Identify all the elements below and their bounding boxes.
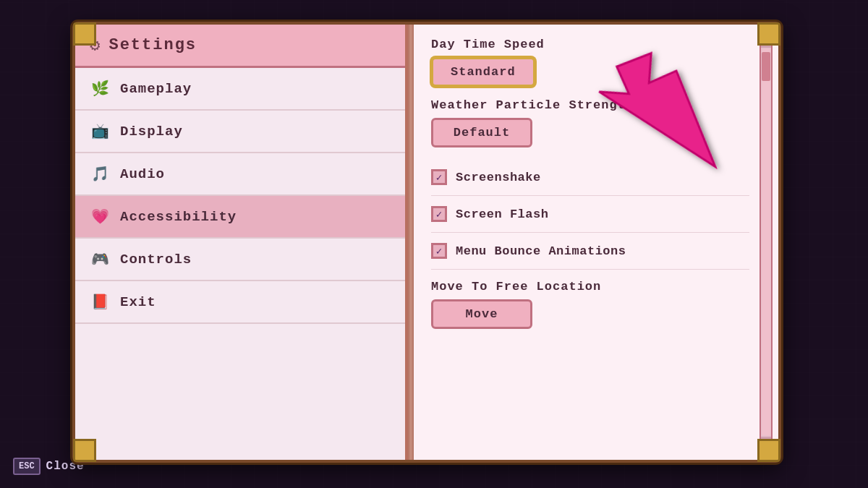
sidebar-item-controls[interactable]: 🎮 Controls <box>75 239 405 281</box>
exit-icon: 📕 <box>90 293 110 311</box>
day-time-speed-button[interactable]: Standard <box>431 57 535 87</box>
audio-icon: 🎵 <box>90 165 110 183</box>
controls-icon: 🎮 <box>90 250 110 268</box>
sidebar-item-exit[interactable]: 📕 Exit <box>75 281 405 324</box>
weather-particle-section: Weather Particle Strength Default <box>431 98 749 147</box>
settings-content: Day Time Speed Standard Weather Particle… <box>414 25 778 460</box>
left-page: ⚙ Settings 🌿 Gameplay 📺 Display 🎵 Audio … <box>75 25 408 460</box>
gameplay-icon: 🌿 <box>90 80 110 98</box>
accessibility-icon: 💗 <box>90 207 110 226</box>
scroll-track <box>762 49 770 435</box>
corner-tl <box>73 22 96 46</box>
scroll-thumb <box>762 52 770 81</box>
weather-particle-button[interactable]: Default <box>431 118 532 147</box>
audio-label: Audio <box>120 166 165 182</box>
move-button[interactable]: Move <box>431 299 532 329</box>
accessibility-label: Accessibility <box>120 209 237 225</box>
display-label: Display <box>120 124 183 140</box>
menu-bounce-checkbox[interactable] <box>431 243 447 259</box>
day-time-speed-section: Day Time Speed Standard <box>431 38 749 87</box>
sidebar-item-display[interactable]: 📺 Display <box>75 111 405 153</box>
sidebar-item-accessibility[interactable]: 💗 Accessibility <box>75 196 405 239</box>
screenshake-label: Screenshake <box>456 171 541 184</box>
move-location-label: Move To Free Location <box>431 280 749 294</box>
move-location-section: Move To Free Location Move <box>431 280 749 329</box>
sidebar-item-gameplay[interactable]: 🌿 Gameplay <box>75 68 405 111</box>
settings-book: ⚙ Settings 🌿 Gameplay 📺 Display 🎵 Audio … <box>72 22 781 463</box>
right-page: Day Time Speed Standard Weather Particle… <box>414 25 778 460</box>
menu-bounce-label: Menu Bounce Animations <box>456 244 626 258</box>
day-time-speed-label: Day Time Speed <box>431 38 749 51</box>
controls-label: Controls <box>120 252 192 267</box>
settings-title: Settings <box>109 36 197 54</box>
esc-badge[interactable]: ESC <box>13 458 41 475</box>
screenshake-item: Screenshake <box>431 159 749 196</box>
menu-list: 🌿 Gameplay 📺 Display 🎵 Audio 💗 Accessibi… <box>75 68 405 324</box>
weather-particle-label: Weather Particle Strength <box>431 98 749 112</box>
display-icon: 📺 <box>90 122 110 140</box>
corner-bl <box>73 439 96 462</box>
gameplay-label: Gameplay <box>120 81 192 97</box>
screen-flash-label: Screen Flash <box>456 207 548 221</box>
scrollbar[interactable]: ▲ ▼ <box>760 32 773 453</box>
screenshake-checkbox[interactable] <box>431 169 447 185</box>
book-spine <box>408 25 414 460</box>
settings-header: ⚙ Settings <box>75 25 405 68</box>
screen-flash-item: Screen Flash <box>431 196 749 233</box>
screen-flash-checkbox[interactable] <box>431 206 447 222</box>
corner-tr <box>757 22 780 46</box>
exit-label: Exit <box>120 294 156 310</box>
corner-br <box>757 439 780 462</box>
menu-bounce-item: Menu Bounce Animations <box>431 233 749 270</box>
sidebar-item-audio[interactable]: 🎵 Audio <box>75 153 405 196</box>
